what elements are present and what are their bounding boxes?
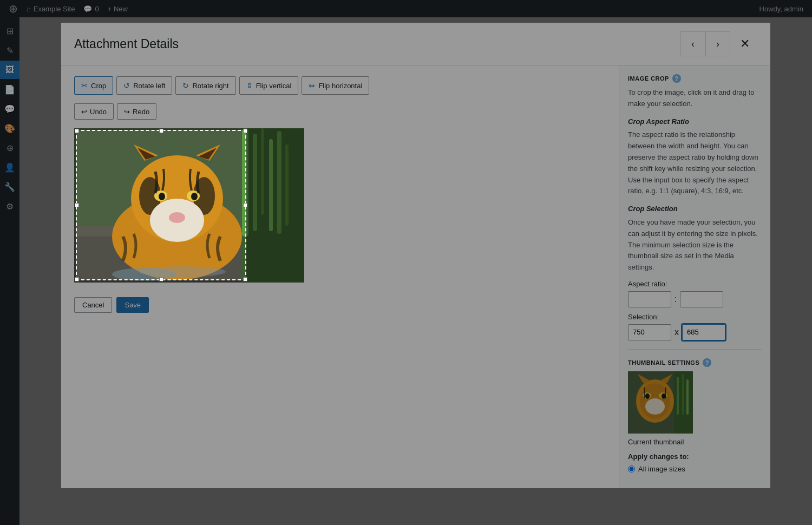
greeting-label: Howdy, admin bbox=[759, 5, 803, 13]
sidebar-icon-pages[interactable]: 📄 bbox=[0, 80, 19, 99]
flip-vertical-icon: ⇕ bbox=[246, 81, 253, 90]
comments-bubble-icon: 💬 bbox=[83, 5, 92, 13]
thumbnail-settings-help-icon[interactable]: ? bbox=[703, 358, 711, 367]
new-label: + New bbox=[108, 5, 128, 13]
flip-vertical-button[interactable]: ⇕ Flip vertical bbox=[239, 76, 299, 95]
rotate-right-label: Rotate right bbox=[192, 82, 228, 90]
editor-area: ✂ Crop ↺ Rotate left ↻ Rotate right ⇕ bbox=[61, 65, 619, 488]
sidebar-icon-plugins[interactable]: ⊕ bbox=[0, 139, 19, 157]
selection-width-input[interactable] bbox=[628, 324, 671, 340]
crop-label: Crop bbox=[91, 82, 106, 90]
svg-point-34 bbox=[645, 398, 665, 415]
new-item[interactable]: + New bbox=[103, 0, 132, 17]
comments-item[interactable]: 💬 0 bbox=[79, 0, 103, 17]
crop-handle-bottom-center[interactable] bbox=[159, 277, 163, 281]
rotate-right-icon: ↻ bbox=[182, 81, 189, 90]
flip-horizontal-button[interactable]: ⇔ Flip horizontal bbox=[302, 76, 369, 95]
apply-changes-label: Apply changes to: bbox=[628, 452, 762, 461]
redo-button[interactable]: ↪ Redo bbox=[117, 103, 156, 120]
close-modal-button[interactable]: ✕ bbox=[732, 31, 757, 56]
crop-handle-top-center[interactable] bbox=[159, 129, 163, 133]
sidebar-icon-tools[interactable]: 🔧 bbox=[0, 178, 19, 196]
rotate-right-button[interactable]: ↻ Rotate right bbox=[175, 76, 235, 95]
admin-bar: ⊕ ⌂ Example Site 💬 0 + New Howdy, admin bbox=[0, 0, 812, 17]
crop-handle-middle-right[interactable] bbox=[243, 203, 247, 207]
crop-handle-bottom-right[interactable] bbox=[243, 277, 247, 281]
sidebar-icon-comments[interactable]: 💬 bbox=[0, 100, 19, 118]
prev-attachment-button[interactable]: ‹ bbox=[680, 31, 705, 56]
sidebar-icon-media[interactable]: 🖼 bbox=[0, 61, 19, 79]
modal: Attachment Details ‹ › ✕ ✂ Crop bbox=[61, 23, 770, 488]
sidebar-icon-settings[interactable]: ⚙ bbox=[0, 197, 19, 215]
selection-field-group: Selection: x bbox=[628, 313, 762, 340]
image-crop-intro: To crop the image, click on it and drag … bbox=[628, 87, 762, 110]
image-crop-title: IMAGE CROP bbox=[628, 75, 669, 82]
cancel-button[interactable]: Cancel bbox=[74, 297, 112, 313]
image-crop-help-icon[interactable]: ? bbox=[672, 74, 681, 83]
aspect-colon: : bbox=[675, 294, 677, 304]
crop-selection-desc: Once you have made your selection, you c… bbox=[628, 218, 758, 271]
svg-rect-38 bbox=[682, 374, 684, 415]
image-toolbar: ✂ Crop ↺ Rotate left ↻ Rotate right ⇕ bbox=[74, 76, 606, 95]
aspect-ratio-height-input[interactable] bbox=[680, 291, 723, 307]
undo-label: Undo bbox=[90, 108, 107, 116]
all-image-sizes-radio-label: All image sizes bbox=[638, 465, 685, 473]
modal-title: Attachment Details bbox=[74, 37, 680, 51]
crop-handle-bottom-left[interactable] bbox=[75, 277, 79, 281]
svg-rect-37 bbox=[677, 377, 679, 415]
modal-body: ✂ Crop ↺ Rotate left ↻ Rotate right ⇕ bbox=[61, 65, 770, 488]
selection-inputs: x bbox=[628, 324, 762, 340]
selection-x: x bbox=[675, 327, 679, 337]
site-name: Example Site bbox=[34, 5, 75, 13]
flip-horizontal-label: Flip horizontal bbox=[318, 82, 362, 90]
aspect-ratio-inputs: : bbox=[628, 291, 762, 307]
sidebar-icon-posts[interactable]: ✎ bbox=[0, 41, 19, 60]
rotate-left-label: Rotate left bbox=[133, 82, 165, 90]
aspect-ratio-width-input[interactable] bbox=[628, 291, 671, 307]
redo-icon: ↪ bbox=[124, 108, 130, 116]
flip-horizontal-icon: ⇔ bbox=[309, 81, 315, 90]
site-name-item[interactable]: ⌂ Example Site bbox=[22, 0, 79, 17]
redo-label: Redo bbox=[133, 108, 149, 116]
sidebar-icon-users[interactable]: 👤 bbox=[0, 158, 19, 176]
image-container[interactable] bbox=[74, 128, 304, 283]
save-button[interactable]: Save bbox=[116, 297, 149, 313]
svg-point-32 bbox=[645, 393, 650, 399]
crop-handle-middle-left[interactable] bbox=[75, 203, 79, 207]
crop-handle-top-left[interactable] bbox=[75, 129, 79, 133]
crop-handle-top-right[interactable] bbox=[243, 129, 247, 133]
crop-selection[interactable] bbox=[76, 130, 246, 280]
crop-selection-title: Crop Selection bbox=[628, 204, 762, 215]
modal-navigation: ‹ › bbox=[680, 31, 730, 56]
svg-rect-39 bbox=[686, 379, 689, 415]
aspect-ratio-desc: The aspect ratio is the relationship bet… bbox=[628, 130, 758, 195]
sidebar-icon-appearance[interactable]: 🎨 bbox=[0, 119, 19, 137]
rotate-left-button[interactable]: ↺ Rotate left bbox=[116, 76, 172, 95]
main-area: Attachment Details ‹ › ✕ ✂ Crop bbox=[19, 17, 812, 525]
thumbnail-settings-title: THUMBNAIL SETTINGS bbox=[628, 359, 699, 366]
selection-height-input[interactable] bbox=[682, 324, 725, 340]
all-image-sizes-radio[interactable] bbox=[628, 465, 635, 472]
sidebar-icon-dashboard[interactable]: ⊞ bbox=[0, 22, 19, 40]
crop-icon: ✂ bbox=[81, 81, 88, 90]
sidebar-divider bbox=[628, 349, 762, 350]
action-buttons: Cancel Save bbox=[74, 297, 606, 313]
all-image-sizes-option[interactable]: All image sizes bbox=[628, 465, 762, 473]
crop-selection-text: Crop Selection Once you have made your s… bbox=[628, 204, 762, 273]
next-attachment-button[interactable]: › bbox=[705, 31, 730, 56]
howdy-item[interactable]: Howdy, admin bbox=[755, 0, 808, 17]
selection-label: Selection: bbox=[628, 313, 762, 321]
undo-icon: ↩ bbox=[81, 108, 87, 116]
undo-redo-group: ↩ Undo ↪ Redo bbox=[74, 103, 606, 120]
current-thumbnail-label: Current thumbnail bbox=[628, 438, 762, 446]
wp-logo-item[interactable]: ⊕ bbox=[4, 0, 22, 17]
thumbnail-settings-section-title: THUMBNAIL SETTINGS ? bbox=[628, 358, 762, 367]
admin-sidebar: ⊞ ✎ 🖼 📄 💬 🎨 ⊕ 👤 🔧 ⚙ bbox=[0, 17, 19, 525]
flip-vertical-label: Flip vertical bbox=[256, 82, 292, 90]
aspect-ratio-text: Crop Aspect Ratio The aspect ratio is th… bbox=[628, 116, 762, 198]
undo-button[interactable]: ↩ Undo bbox=[74, 103, 114, 120]
modal-overlay: Attachment Details ‹ › ✕ ✂ Crop bbox=[19, 17, 812, 525]
crop-button[interactable]: ✂ Crop bbox=[74, 76, 113, 95]
aspect-ratio-field-group: Aspect ratio: : bbox=[628, 280, 762, 307]
modal-header: Attachment Details ‹ › ✕ bbox=[61, 23, 770, 65]
